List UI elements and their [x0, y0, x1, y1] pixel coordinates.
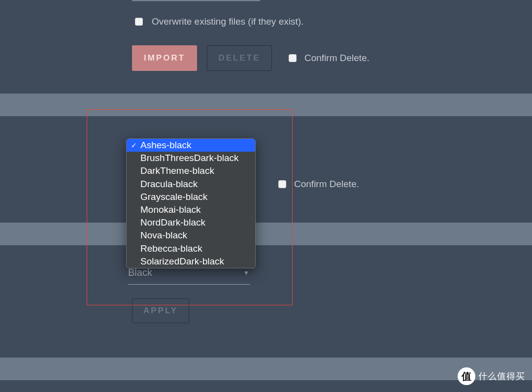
confirm-delete-checkbox[interactable] — [289, 54, 297, 62]
theme-option[interactable]: SolarizedDark-black — [127, 255, 255, 268]
overwrite-checkbox[interactable] — [135, 18, 143, 26]
variant-select-value: Black — [128, 267, 152, 278]
theme-option[interactable]: DarkTheme-black — [127, 164, 255, 177]
theme-option-label: Rebecca-black — [140, 243, 202, 254]
confirm-delete-group: Confirm Delete. — [289, 53, 369, 64]
theme-option-label: Nova-black — [140, 230, 187, 241]
brand-badge: 值 什么值得买 — [458, 367, 525, 385]
theme-option-label: Monokai-black — [140, 204, 201, 215]
theme-option-label: BrushThreesDark-black — [140, 153, 239, 163]
mid-confirm-delete-checkbox[interactable] — [278, 180, 286, 188]
import-button[interactable]: IMPORT — [132, 45, 197, 71]
theme-option[interactable]: Rebecca-black — [127, 242, 255, 255]
theme-option[interactable]: NordDark-black — [127, 216, 255, 229]
theme-option[interactable]: Dracula-black — [127, 178, 255, 191]
import-source-input-underline[interactable] — [132, 0, 260, 1]
theme-option-label: NordDark-black — [140, 217, 205, 228]
mid-confirm-delete-group: Confirm Delete. — [278, 179, 359, 190]
theme-option-label: SolarizedDark-black — [140, 256, 224, 267]
brand-text: 什么值得买 — [478, 370, 525, 382]
check-icon: ✓ — [131, 141, 137, 149]
import-actions-row: IMPORT DELETE Confirm Delete. — [132, 45, 369, 71]
mid-confirm-delete-label: Confirm Delete. — [294, 179, 359, 190]
brand-logo-icon: 值 — [458, 367, 475, 385]
theme-option-label: Grayscale-black — [140, 192, 207, 202]
theme-option[interactable]: Grayscale-black — [127, 191, 255, 203]
overwrite-row: Overwrite existing files (if they exist)… — [135, 16, 303, 27]
theme-option-label: DarkTheme-black — [140, 165, 214, 176]
theme-option[interactable]: BrushThreesDark-black — [127, 152, 255, 164]
variant-select[interactable]: Black ▼ — [128, 267, 250, 285]
overwrite-label: Overwrite existing files (if they exist)… — [152, 16, 303, 27]
theme-option-label: Ashes-black — [140, 140, 192, 151]
theme-dropdown-list[interactable]: ✓Ashes-blackBrushThreesDark-blackDarkThe… — [126, 138, 256, 268]
theme-option[interactable]: ✓Ashes-black — [127, 139, 255, 152]
delete-button[interactable]: DELETE — [207, 45, 272, 71]
apply-button[interactable]: APPLY — [132, 298, 189, 323]
confirm-delete-label: Confirm Delete. — [304, 53, 369, 64]
theme-option-label: Dracula-black — [140, 179, 198, 190]
caret-down-icon: ▼ — [243, 269, 249, 276]
theme-option[interactable]: Nova-black — [127, 229, 255, 242]
theme-option[interactable]: Monokai-black — [127, 203, 255, 216]
